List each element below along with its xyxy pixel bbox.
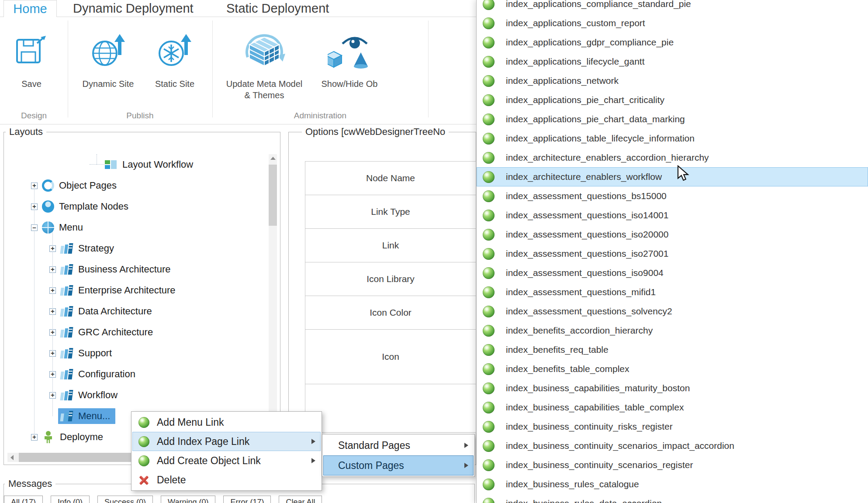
tree-expander[interactable]: + (31, 203, 38, 210)
list-item[interactable]: index_benefits_table_complex (477, 359, 868, 379)
tree-item-content: Menu (42, 221, 83, 234)
list-item-label: index_business_capabilities_maturity_bos… (506, 383, 690, 393)
context-menu-item-icon (138, 455, 149, 466)
scrollbar-thumb[interactable] (269, 165, 277, 226)
tree-item-content: Support (60, 347, 112, 359)
context-menu-item[interactable]: Add Index Page Link (132, 432, 321, 451)
tree-expander[interactable]: + (49, 350, 56, 357)
tree-item-icon (59, 242, 74, 255)
list-item-label: index_applications_custom_report (506, 18, 645, 28)
list-item[interactable]: index_business_rules_catalogue (477, 475, 868, 494)
tree-item[interactable]: + Configuration (4, 364, 266, 385)
context-menu-item[interactable]: Delete (132, 470, 321, 489)
layouts-tree: Layout Workflow + Object Pages + Tem (4, 154, 266, 448)
list-item[interactable]: index_applications_pie_chart_data_markin… (477, 110, 868, 129)
list-item[interactable]: index_architecture_enablers_accordion_hi… (477, 148, 868, 167)
tree-item-content: Enterprise Architecture (60, 284, 176, 296)
show-hide-objects-button[interactable]: Show/Hide Ob (306, 22, 393, 90)
list-item[interactable]: index_assessment_questions_iso9004 (477, 263, 868, 283)
tree-expander[interactable]: + (31, 183, 38, 189)
list-item[interactable]: index_assessment_questions_iso27001 (477, 244, 868, 263)
messages-tab[interactable]: Warning (0) (161, 496, 215, 503)
tree-item-label: Object Pages (59, 180, 117, 191)
list-item[interactable]: index_business_rules_data_accordion (477, 494, 868, 503)
index-page-icon (483, 402, 495, 413)
tree-item-label: Layout Workflow (122, 159, 193, 170)
list-item[interactable]: index_applications_network (477, 71, 868, 90)
list-item[interactable]: index_business_capabilities_table_comple… (477, 398, 868, 417)
list-item[interactable]: index_applications_compliance_standard_p… (477, 0, 868, 14)
context-menu-item[interactable]: Add Create Object Link (132, 451, 321, 470)
tab-dynamic-deployment[interactable]: Dynamic Deployment (73, 0, 194, 17)
submenu-item[interactable]: Standard Pages (323, 435, 474, 455)
list-item[interactable]: index_benefits_req_table (477, 340, 868, 359)
tree-item-icon (42, 179, 54, 192)
context-menu-item-label: Add Index Page Link (157, 436, 249, 448)
list-item[interactable]: index_applications_lifecycle_gantt (477, 52, 868, 71)
tree-expander[interactable]: + (49, 308, 56, 315)
messages-tab[interactable]: Info (0) (51, 496, 90, 503)
tree-expander[interactable]: − (31, 224, 38, 231)
dynamic-site-button[interactable]: Dynamic Site (79, 22, 138, 90)
tree-item-content: Object Pages (42, 179, 117, 192)
submenu-arrow-icon (464, 443, 468, 448)
tree-item-label: Menu... (78, 410, 110, 422)
tree-item[interactable]: + Support (4, 343, 266, 364)
list-item[interactable]: index_benefits_accordion_hierarchy (477, 321, 868, 340)
context-menu-item[interactable]: Add Menu Link (132, 413, 321, 432)
index-page-icon (483, 498, 495, 503)
tree-item[interactable]: + Strategy (4, 238, 266, 259)
list-item-label: index_applications_table_lifecycle_infor… (506, 133, 695, 144)
static-site-button[interactable]: Static Site (144, 22, 205, 90)
list-item[interactable]: index_applications_gdpr_compliance_pie (477, 33, 868, 52)
tree-item[interactable]: + Business Architecture (4, 259, 266, 280)
scrollbar-thumb[interactable] (19, 453, 147, 462)
tab-static-deployment[interactable]: Static Deployment (226, 0, 329, 17)
list-item[interactable]: index_business_continuity_scenarios_regi… (477, 455, 868, 475)
save-button[interactable]: Save (4, 22, 59, 90)
tree-item[interactable]: + Workflow (4, 385, 266, 406)
submenu-item[interactable]: Custom Pages (323, 455, 474, 475)
tree-item[interactable]: + GRC Architecture (4, 322, 266, 343)
scroll-up-button[interactable] (269, 154, 277, 162)
tree-item[interactable]: + Data Architecture (4, 301, 266, 322)
scroll-left-button[interactable] (7, 453, 17, 462)
tree-expander[interactable]: + (31, 434, 38, 441)
tree-expander[interactable]: + (49, 266, 56, 273)
layouts-panel-title: Layouts (6, 126, 46, 138)
tree-item-label: Deployme (60, 431, 103, 443)
list-item[interactable]: index_applications_table_lifecycle_infor… (477, 129, 868, 148)
list-item[interactable]: index_assessment_questions_bs15000 (477, 186, 868, 206)
messages-tab[interactable]: Clear All (279, 496, 322, 503)
tree-vertical-scrollbar[interactable] (269, 154, 277, 451)
list-item-label: index_applications_compliance_standard_p… (506, 0, 691, 9)
list-item[interactable]: index_assessment_questions_mifid1 (477, 283, 868, 302)
list-item[interactable]: index_business_continuity_risks_register (477, 417, 868, 436)
messages-tab[interactable]: Success (0) (97, 496, 153, 503)
tree-item[interactable]: − Menu (4, 217, 266, 238)
tree-expander[interactable]: + (49, 371, 56, 378)
tree-item[interactable]: + Object Pages (4, 175, 266, 196)
tree-item[interactable]: + Enterprise Architecture (4, 280, 266, 301)
list-item[interactable]: index_assessment_questions_iso20000 (477, 225, 868, 244)
tree-expander[interactable]: + (49, 287, 56, 294)
list-item[interactable]: index_assessment_questions_iso14001 (477, 206, 868, 225)
list-item[interactable]: index_architecture_enablers_workflow (477, 167, 868, 186)
messages-tab[interactable]: Error (17) (223, 496, 271, 503)
list-item[interactable]: index_business_continuity_scenarios_impa… (477, 436, 868, 455)
options-field-label: Icon (305, 329, 476, 384)
list-item[interactable]: index_assessment_questions_solvency2 (477, 302, 868, 321)
list-item[interactable]: index_applications_custom_report (477, 14, 868, 33)
tree-expander[interactable]: + (49, 245, 56, 252)
tree-expander[interactable]: + (49, 392, 56, 399)
tree-expander[interactable]: + (49, 329, 56, 336)
tree-item[interactable]: Layout Workflow (4, 154, 266, 175)
tab-home[interactable]: Home (3, 0, 57, 17)
list-item[interactable]: index_business_capabilities_maturity_bos… (477, 379, 868, 398)
update-meta-model-button[interactable]: Update Meta Model & Themes (225, 22, 304, 101)
tree-item[interactable]: + Template Nodes (4, 196, 266, 217)
messages-tab[interactable]: All (17) (4, 496, 43, 503)
tree-item-content: Deployme (42, 431, 103, 443)
list-item[interactable]: index_applications_pie_chart_criticality (477, 90, 868, 110)
index-page-icon (483, 459, 495, 471)
